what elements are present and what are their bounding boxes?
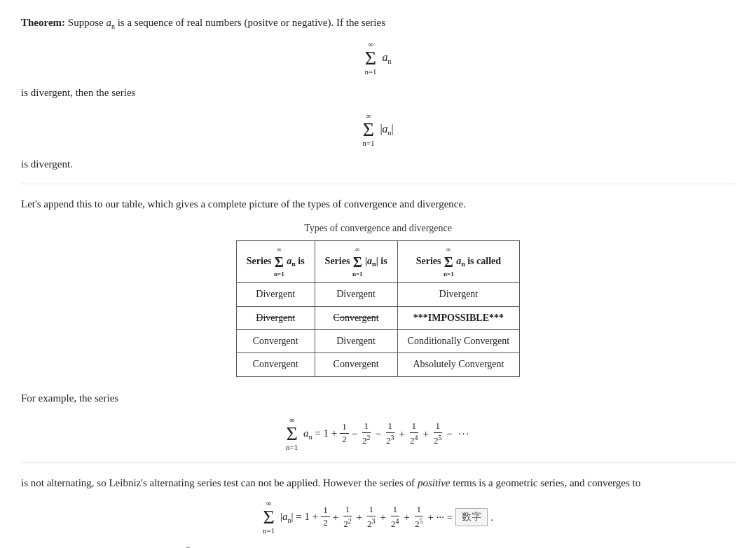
cell-1-3: Divergent [397,283,520,306]
cell-3-3: Conditionally Convergent [397,329,520,352]
header-sum3: ∞ Σ n=1 [444,245,454,279]
cell-4-3: Absolutely Convergent [397,353,520,376]
cell-4-1: Convergent [236,353,315,376]
sum-example: ∞ Σ n=1 [286,416,298,451]
table-row: Divergent Convergent ***IMPOSSIBLE*** [236,306,519,329]
theorem-statement: Theorem: Suppose an is a sequence of rea… [21,14,735,32]
cell-3-2: Divergent [315,329,397,352]
then-using-section: Then using the table above, the series ∞… [21,543,735,548]
answer-input[interactable]: 数字 [455,508,488,526]
cell-3-1: Convergent [236,329,315,352]
cell-1-2: Divergent [315,283,397,306]
convergence-table: Series ∞ Σ n=1 an is Series ∞ Σ [236,240,520,376]
example-section: For example, the series ∞ Σ n=1 an = 1 +… [21,390,735,451]
abs-frac-1-25: 1 25 [413,504,425,530]
header-sum1: ∞ Σ n=1 [274,245,284,279]
table-container: Types of convergence and divergence Seri… [21,221,735,377]
not-alt-text2: terms is a geometric series, and converg… [451,477,641,488]
theorem-label: Theorem: [21,17,65,28]
abs-frac-1-22: 1 22 [341,504,354,530]
not-alt-italic: positive [418,477,451,488]
table-row: Convergent Convergent Absolutely Converg… [236,353,519,376]
table-section: Let's append this to our table, which gi… [21,196,735,377]
theorem-text1: Suppose an is a sequence of real numbers… [68,17,385,28]
frac-1-25: 1 25 [432,420,444,447]
not-alternating-paragraph: is not alternating, so Leibniz's alterna… [21,474,735,491]
sum-conclusion: ∞ Σ n=1 [183,543,193,548]
divider1 [21,184,735,184]
frac-1-23: 1 23 [384,420,397,447]
col-header-1: Series ∞ Σ n=1 an is [236,241,315,283]
frac-1-2: 1 2 [340,421,349,446]
cell-1-1: Divergent [236,283,315,306]
divergent-clause: is divergent, then the series [21,84,735,101]
cell-2-2: Convergent [315,306,397,329]
for-example-text: For example, the series [21,390,735,406]
cell-2-3: ***IMPOSSIBLE*** [397,306,520,329]
abs-frac-1-24: 1 24 [389,504,401,530]
cell-4-2: Convergent [315,353,397,376]
abs-series-row: ∞ Σ n=1 |an| = 1 + 1 2 + 1 22 + 1 23 + 1… [21,500,735,535]
table-title: Types of convergence and divergence [21,221,735,236]
cell-2-1: Divergent [236,306,315,329]
append-text: Let's append this to our table, which gi… [21,196,735,212]
frac-1-24: 1 24 [408,420,420,447]
sum-abs: ∞ Σ n=1 [263,500,275,535]
sum1-display: ∞ Σ n=1 an [21,41,735,76]
table-row: Convergent Divergent Conditionally Conve… [236,329,519,352]
divider2 [21,463,735,463]
not-alternating-section: is not alternating, so Leibniz's alterna… [21,474,735,535]
table-header-row: Series ∞ Σ n=1 an is Series ∞ Σ [236,241,519,283]
col-header-3: Series ∞ Σ n=1 an is called [397,241,520,283]
sum1: ∞ Σ n=1 [364,41,376,76]
table-row: Divergent Divergent Divergent [236,283,519,306]
sum2-display: ∞ Σ n=1 |an| [21,112,735,147]
header-sum2: ∞ Σ n=1 [352,245,363,279]
divergent-conclusion: is divergent. [21,156,735,172]
series-equation: ∞ Σ n=1 an = 1 + 1 2 − 1 22 − 1 23 + 1 2… [21,416,735,451]
not-alt-text1: is not alternating, so Leibniz's alterna… [21,477,418,488]
abs-frac-1-23: 1 23 [365,504,378,530]
frac-1-22: 1 22 [360,420,373,447]
abs-frac-1-2: 1 2 [321,505,330,529]
col-header-2: Series ∞ Σ n=1 |an| is [315,241,397,283]
sum2: ∞ Σ n=1 [362,112,374,147]
theorem-section: Theorem: Suppose an is a sequence of rea… [21,14,735,172]
